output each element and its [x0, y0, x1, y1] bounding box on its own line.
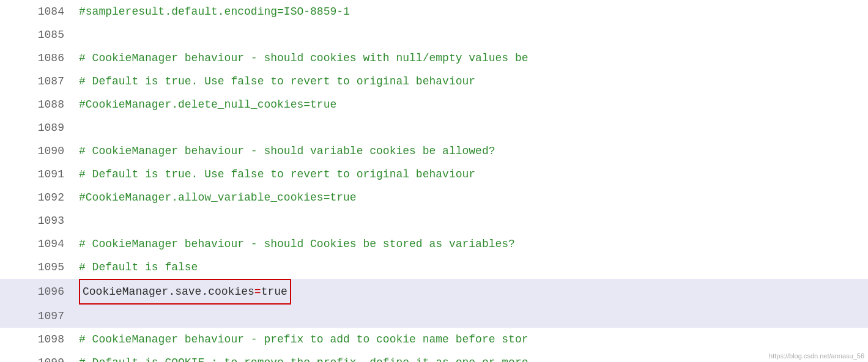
code-key: CookieManager.save.cookies [83, 286, 254, 298]
line-content [74, 116, 868, 139]
line-number: 1086 [0, 46, 74, 70]
code-text: # Default is true. Use false to revert t… [79, 75, 475, 87]
line-content: # CookieManager behaviour - should varia… [74, 139, 868, 163]
line-content: #sampleresult.default.encoding=ISO-8859-… [74, 0, 868, 23]
line-number: 1096 [0, 279, 74, 305]
line-content: # CookieManager behaviour - should cooki… [74, 46, 868, 70]
code-text: # CookieManager behaviour - should Cooki… [79, 238, 515, 250]
line-number: 1092 [0, 186, 74, 209]
code-text: # CookieManager behaviour - should varia… [79, 145, 495, 157]
line-row: 1091# Default is true. Use false to reve… [0, 163, 868, 186]
boxed-code: CookieManager.save.cookies=true [79, 279, 291, 305]
code-table: 1084#sampleresult.default.encoding=ISO-8… [0, 0, 868, 362]
code-text: # CookieManager behaviour - should cooki… [79, 52, 529, 64]
line-number: 1084 [0, 0, 74, 23]
line-row: 1089 [0, 116, 868, 139]
code-text: # CookieManager behaviour - prefix to ad… [79, 333, 529, 345]
line-row: 1084#sampleresult.default.encoding=ISO-8… [0, 0, 868, 23]
line-number: 1098 [0, 328, 74, 351]
line-content: # CookieManager behaviour - should Cooki… [74, 232, 868, 256]
code-value: true [261, 286, 287, 298]
line-row: 1094# CookieManager behaviour - should C… [0, 232, 868, 256]
line-number: 1095 [0, 256, 74, 279]
line-number: 1089 [0, 116, 74, 139]
line-number: 1093 [0, 209, 74, 232]
line-row: 1092#CookieManager.allow_variable_cookie… [0, 186, 868, 209]
line-number: 1097 [0, 305, 74, 328]
line-row: 1099# Default is COOKIE_; to remove the … [0, 351, 868, 362]
line-row: 1088#CookieManager.delete_null_cookies=t… [0, 93, 868, 116]
line-row: 1085 [0, 23, 868, 46]
line-content: #CookieManager.allow_variable_cookies=tr… [74, 186, 868, 209]
line-number: 1090 [0, 139, 74, 163]
line-content: #CookieManager.delete_null_cookies=true [74, 93, 868, 116]
code-text: #sampleresult.default.encoding=ISO-8859-… [79, 6, 350, 18]
line-row: 1095# Default is false [0, 256, 868, 279]
line-number: 1085 [0, 23, 74, 46]
line-row: 1087# Default is true. Use false to reve… [0, 70, 868, 93]
line-row: 1098# CookieManager behaviour - prefix t… [0, 328, 868, 351]
watermark: https://blog.csdn.net/annasu_56 [769, 352, 864, 360]
line-row: 1096CookieManager.save.cookies=true [0, 279, 868, 305]
line-number: 1094 [0, 232, 74, 256]
line-content: # CookieManager behaviour - prefix to ad… [74, 328, 868, 351]
line-row: 1086# CookieManager behaviour - should c… [0, 46, 868, 70]
code-text: # Default is false [79, 261, 198, 273]
line-number: 1091 [0, 163, 74, 186]
line-content [74, 209, 868, 232]
line-content: # Default is COOKIE_; to remove the pref… [74, 351, 868, 362]
line-row: 1093 [0, 209, 868, 232]
code-equals: = [254, 286, 261, 298]
line-content [74, 305, 868, 328]
line-content: # Default is true. Use false to revert t… [74, 163, 868, 186]
code-text: #CookieManager.delete_null_cookies=true [79, 98, 336, 111]
line-row: 1090# CookieManager behaviour - should v… [0, 139, 868, 163]
code-text: # Default is true. Use false to revert t… [79, 168, 475, 180]
line-content [74, 23, 868, 46]
line-content: # Default is false [74, 256, 868, 279]
line-content: CookieManager.save.cookies=true [74, 279, 868, 305]
code-text: # Default is COOKIE_; to remove the pref… [79, 356, 529, 362]
line-row: 1097 [0, 305, 868, 328]
line-number: 1088 [0, 93, 74, 116]
line-number: 1099 [0, 351, 74, 362]
code-text: #CookieManager.allow_variable_cookies=tr… [79, 191, 357, 204]
line-number: 1087 [0, 70, 74, 93]
code-viewer: 1084#sampleresult.default.encoding=ISO-8… [0, 0, 868, 362]
line-content: # Default is true. Use false to revert t… [74, 70, 868, 93]
